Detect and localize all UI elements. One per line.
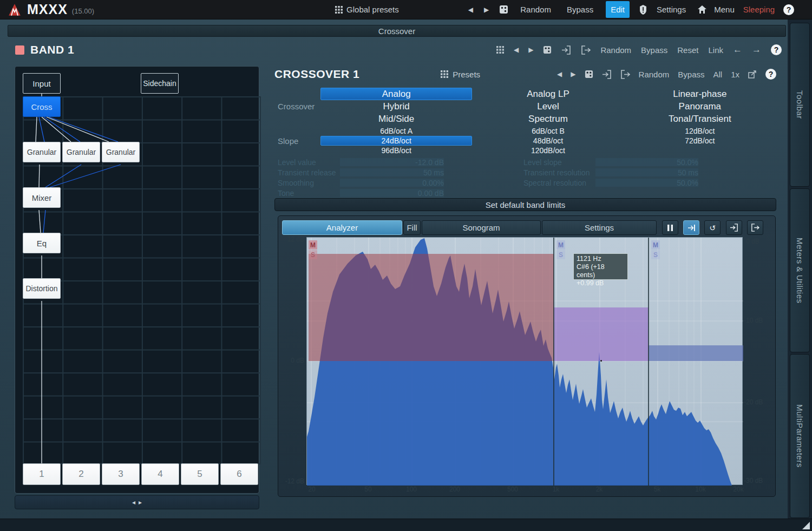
edit-button[interactable]: Edit (606, 1, 630, 18)
band-dice-icon[interactable] (543, 45, 552, 54)
band-prev-button[interactable]: ◀ (514, 46, 519, 54)
crossover-all-button[interactable]: All (713, 70, 722, 79)
node-mixer[interactable]: Mixer (23, 187, 61, 208)
band-undo-icon[interactable]: ← (733, 44, 742, 55)
prev-preset-button[interactable]: ◀ (468, 6, 473, 14)
band2-mute-button[interactable]: M (556, 240, 565, 250)
node-granular-2[interactable]: Granular (62, 142, 100, 162)
option-analog[interactable]: Analog (320, 88, 472, 100)
output-slot-2[interactable]: 2 (62, 463, 100, 485)
option-level[interactable]: Level (472, 100, 624, 113)
output-slot-1[interactable]: 1 (23, 463, 61, 485)
node-sidechain[interactable]: Sidechain (141, 73, 179, 94)
option-24db[interactable]: 24dB/oct (320, 136, 472, 146)
option-tonal-transient[interactable]: Tonal/Transient (624, 113, 776, 125)
param-transient-release: Transient release 50 ms (278, 168, 446, 178)
band-random-button[interactable]: Random (600, 45, 631, 55)
crossover-scale-button[interactable]: 1x (731, 70, 739, 79)
band-link-button[interactable]: Link (708, 45, 723, 55)
sleeping-status[interactable]: Sleeping (743, 5, 775, 14)
crossover-random-button[interactable]: Random (639, 70, 670, 79)
bypass-button[interactable]: Bypass (567, 5, 593, 14)
output-slot-6[interactable]: 6 (220, 463, 258, 485)
spectrum-plot[interactable]: M S M S M S 1121 Hz C#6 (+18 cents) +0.9… (306, 237, 743, 485)
band-import-icon[interactable] (561, 45, 571, 55)
option-analog-lp[interactable]: Analog LP (472, 88, 624, 100)
option-6db-a[interactable]: 6dB/oct A (320, 126, 472, 136)
alert-shield-icon[interactable] (639, 5, 647, 15)
scroll-right-icon[interactable]: ▸ (139, 499, 142, 506)
band-next-button[interactable]: ▶ (528, 46, 533, 54)
analyzer-export-icon[interactable] (747, 220, 763, 235)
band-redo-icon[interactable]: → (752, 44, 761, 55)
node-granular-1[interactable]: Granular (23, 142, 61, 162)
node-input[interactable]: Input (23, 73, 61, 94)
option-mid-side[interactable]: Mid/Side (320, 113, 472, 125)
option-12db[interactable]: 12dB/oct (624, 126, 776, 136)
option-hybrid[interactable]: Hybrid (320, 100, 472, 113)
output-slot-3[interactable]: 3 (102, 463, 140, 485)
option-linear-phase[interactable]: Linear-phase (624, 88, 776, 100)
sidebar-tab-multiparameters[interactable]: MultiParameters (790, 354, 810, 518)
crossover-popout-icon[interactable] (748, 70, 757, 78)
option-96db[interactable]: 96dB/oct (320, 146, 472, 155)
pause-icon[interactable] (662, 220, 678, 235)
help-button[interactable]: ? (783, 4, 794, 15)
set-default-band-limits-button[interactable]: Set default band limits (274, 198, 776, 211)
menu-button[interactable]: Menu (714, 5, 735, 14)
right-axis-neg30db: -30 dB (744, 477, 763, 484)
tab-sonogram[interactable]: Sonogram (422, 220, 541, 235)
option-6db-b[interactable]: 6dB/oct B (472, 126, 624, 136)
band-presets-grid-icon[interactable] (496, 46, 504, 54)
crossover-presets-button[interactable]: Presets (441, 70, 480, 79)
option-72db[interactable]: 72dB/oct (624, 136, 776, 146)
dice-icon[interactable] (499, 5, 508, 14)
band-export-icon[interactable] (581, 45, 591, 55)
option-48db[interactable]: 48dB/oct (472, 136, 624, 146)
tooltip-note: C#6 (+18 cents) (577, 263, 625, 279)
band-bypass-button[interactable]: Bypass (641, 45, 667, 55)
global-presets-button[interactable]: Global presets (335, 5, 399, 14)
scroll-left-icon[interactable]: ◂ (132, 499, 135, 506)
option-panorama[interactable]: Panorama (624, 100, 776, 113)
scroll-to-end-icon[interactable] (683, 220, 699, 235)
node-eq[interactable]: Eq (23, 233, 61, 253)
band-help-button[interactable]: ? (771, 44, 782, 55)
crossover-section-bar[interactable]: Crossover (8, 25, 786, 37)
tab-settings[interactable]: Settings (542, 220, 657, 235)
band-reset-button[interactable]: Reset (677, 45, 698, 55)
option-spectrum[interactable]: Spectrum (472, 113, 624, 125)
crossover-help-button[interactable]: ? (765, 69, 776, 80)
band1-mute-button[interactable]: M (309, 240, 317, 250)
analyzer-import-icon[interactable] (726, 220, 742, 235)
sidebar-tab-toolbar[interactable]: Toolbar (790, 23, 810, 187)
crossover-import-icon[interactable] (602, 70, 612, 79)
output-slot-5[interactable]: 5 (181, 463, 219, 485)
band3-solo-button[interactable]: S (651, 250, 660, 259)
reset-icon[interactable]: ↺ (704, 220, 721, 235)
band-color-chip[interactable] (15, 45, 24, 55)
next-preset-button[interactable]: ▶ (484, 6, 489, 14)
output-slot-4[interactable]: 4 (141, 463, 179, 485)
crossover-next-button[interactable]: ▶ (571, 70, 575, 78)
tab-analyzer[interactable]: Analyzer (282, 220, 402, 235)
band1-solo-button[interactable]: S (309, 250, 317, 259)
tab-fill[interactable]: Fill (403, 220, 421, 235)
sidebar-tab-meters-utilities[interactable]: Meters & Utilities (790, 188, 810, 352)
crossover-prev-button[interactable]: ◀ (557, 70, 562, 78)
settings-button[interactable]: Settings (657, 5, 686, 14)
node-granular-3[interactable]: Granular (102, 142, 140, 162)
band3-mute-button[interactable]: M (651, 240, 660, 250)
graph-horizontal-scrollbar[interactable]: ◂ ▸ (15, 495, 259, 509)
band2-solo-button[interactable]: S (556, 250, 565, 259)
freq-10k: 10k (695, 486, 705, 493)
crossover-bypass-button[interactable]: Bypass (678, 70, 704, 79)
resize-grip[interactable] (802, 522, 810, 529)
node-distortion[interactable]: Distortion (23, 278, 61, 299)
random-button[interactable]: Random (520, 5, 551, 14)
crossover-dice-icon[interactable] (585, 70, 593, 78)
option-120db[interactable]: 120dB/oct (472, 146, 624, 155)
home-icon[interactable] (698, 5, 706, 14)
crossover-export-icon[interactable] (620, 70, 630, 79)
node-cross[interactable]: Cross (23, 96, 61, 117)
